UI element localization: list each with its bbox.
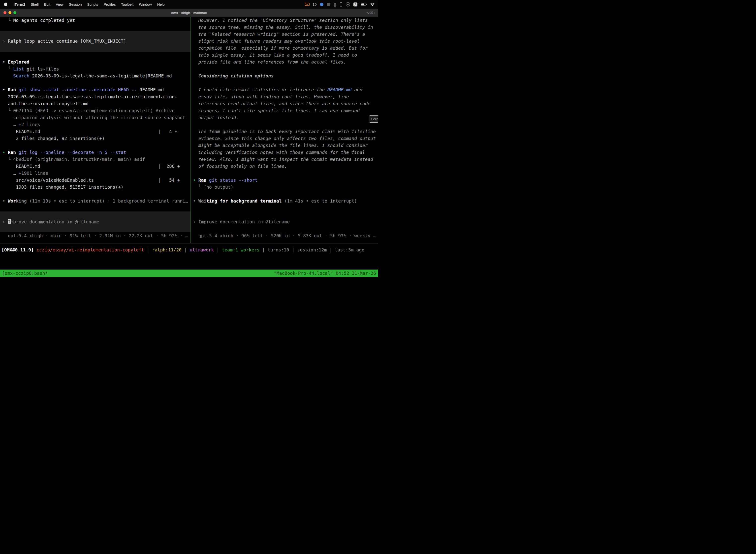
menu-item-scripts[interactable]: Scripts [84, 2, 101, 6]
terminal-line: review. Also, I might want to inspect th… [191, 156, 378, 163]
text-segment: README.md [137, 87, 164, 92]
text-segment: README.md | 4 + [2, 129, 177, 134]
text-segment: • [2, 59, 8, 64]
terminal-line: references need actual files, and since … [191, 100, 378, 107]
terminal-line [191, 170, 378, 177]
text-segment: The team guideline is to back every impo… [193, 129, 376, 134]
text-segment: the "Related research writing" section i… [193, 32, 365, 37]
window-title: omx --xhigh --madmax [0, 9, 378, 17]
terminal-line: 1903 files changed, 513517 insertions(+) [0, 184, 190, 190]
badge-61-icon[interactable]: 61 [346, 2, 350, 6]
terminal-line [191, 205, 378, 212]
apple-menu[interactable] [0, 2, 11, 7]
terminal: └ No agents completed yet› Ralph loop ac… [0, 17, 378, 277]
terminal-line: └ List git ls-files [0, 65, 190, 72]
grid-icon[interactable]: ⣿ [334, 2, 336, 6]
battery-icon[interactable] [361, 3, 367, 6]
terminal-line [0, 45, 190, 52]
display-icon[interactable] [340, 2, 342, 6]
tmux-session-info: [omx-cczip0:bash* [2, 270, 48, 277]
menu-item-shell[interactable]: Shell [28, 2, 41, 6]
terminal-line [191, 65, 378, 72]
text-segment: No agents completed yet [13, 18, 75, 23]
text-segment: › Improve documentation in @filename [193, 219, 290, 224]
window-title-bar[interactable]: omx --xhigh --madmax ⌥⌘1 [0, 9, 378, 17]
menu-item-iterm2[interactable]: iTerm2 [11, 2, 28, 6]
menu-item-toolbelt[interactable]: Toolbelt [118, 2, 136, 6]
screen-recording-icon[interactable] [305, 3, 310, 6]
terminal-line: 2 files changed, 92 insertions(+) [0, 135, 190, 142]
text-segment: └ [2, 66, 13, 71]
text-segment: Wai [198, 198, 207, 204]
terminal-line: this single essay, it seems like a good … [191, 52, 378, 59]
terminal-line [191, 79, 378, 87]
text-segment: [OMX#0.11.9] [1, 247, 37, 253]
terminal-line [0, 52, 190, 59]
menu-item-window[interactable]: Window [136, 2, 154, 6]
text-segment: › [2, 39, 8, 44]
terminal-line [0, 205, 190, 212]
terminal-line: README.md | 4 + [0, 128, 190, 135]
text-segment: essay file, along with finding root file… [193, 94, 349, 99]
wifi-icon[interactable] [370, 3, 375, 6]
status-separator [0, 243, 378, 243]
text-segment: 2 files changed, 92 insertions(+) [2, 136, 105, 141]
apple-icon [4, 2, 7, 7]
app-circle-icon[interactable] [313, 3, 316, 6]
menu-item-view[interactable]: View [53, 2, 66, 6]
text-segment: Explored [8, 59, 29, 64]
terminal-line: including verification notes with those … [191, 149, 378, 156]
text-segment: ralph:11/20 [152, 247, 182, 253]
text-segment: gpt-5.4 xhigh · main · 91% left · 2.31M … [2, 233, 188, 238]
text-segment: I [8, 219, 11, 224]
notification-overlay[interactable]: Scre [369, 115, 378, 123]
terminal-line: and-the-erosion-of-copyleft.md [0, 100, 190, 107]
text-segment: … +2 lines [2, 122, 40, 127]
text-segment: | [214, 247, 222, 253]
terminal-line: I could cite commit statistics or refere… [191, 87, 378, 93]
menu-item-edit[interactable]: Edit [42, 2, 53, 6]
terminal-line: • Waiting for background terminal (1m 41… [191, 198, 378, 205]
terminal-line: companion analysis without altering the … [0, 114, 190, 121]
app-dark-icon[interactable] [327, 3, 330, 6]
text-segment: mprove documentation in @filename [11, 219, 100, 224]
text-segment: git ls-files [24, 66, 59, 71]
terminal-line [0, 79, 190, 87]
text-segment: Ran [8, 150, 16, 155]
menu-bar: iTerm2ShellEditViewSessionScriptsProfile… [0, 0, 378, 9]
terminal-line [191, 225, 378, 232]
text-segment: • [193, 177, 198, 183]
terminal-line [0, 31, 190, 38]
text-segment: └ [2, 18, 13, 23]
right-pane: However, I noticed the "Directory Struct… [191, 17, 378, 239]
text-segment: README.md | 280 + [2, 164, 180, 169]
terminal-line [191, 121, 378, 128]
text-segment: the source tree, missing the essay. Stil… [193, 24, 373, 30]
screen: iTerm2ShellEditViewSessionScriptsProfile… [0, 0, 378, 277]
prompt-input-left[interactable]: › Improve documentation in @filename [0, 218, 190, 225]
text-segment: and [352, 87, 362, 92]
app-blue-icon[interactable] [320, 3, 323, 6]
terminal-line: └ 067f154 (HEAD -> essay/ai-reimplementa… [0, 107, 190, 114]
text-segment: king [16, 198, 26, 204]
prompt-input-right[interactable]: › Improve documentation in @filename [191, 218, 378, 225]
terminal-line: slight risk that future readers may over… [191, 38, 378, 45]
text-segment: changes, I can't cite specific file line… [193, 108, 360, 113]
terminal-line: output instead. [191, 114, 378, 121]
text-segment: However, I noticed the "Directory Struct… [193, 18, 368, 23]
text-segment: Wor [8, 198, 16, 204]
text-segment: Ran [198, 177, 207, 183]
text-segment: companion analysis without altering the … [2, 115, 185, 120]
text-segment: List [13, 66, 24, 71]
terminal-line: However, I noticed the "Directory Struct… [191, 17, 378, 24]
text-segment: git show --stat --oneline --decorate HEA… [16, 87, 137, 92]
terminal-line: README.md | 280 + [0, 163, 190, 170]
input-source-icon[interactable]: A [354, 2, 358, 6]
menu-item-profiles[interactable]: Profiles [101, 2, 118, 6]
menu-item-help[interactable]: Help [154, 2, 168, 6]
text-segment: review. Also, I might want to inspect th… [193, 157, 373, 162]
terminal-line [0, 212, 190, 218]
text-segment: Ran [8, 87, 16, 92]
menu-item-session[interactable]: Session [66, 2, 84, 6]
terminal-line: └ No agents completed yet [0, 17, 190, 24]
